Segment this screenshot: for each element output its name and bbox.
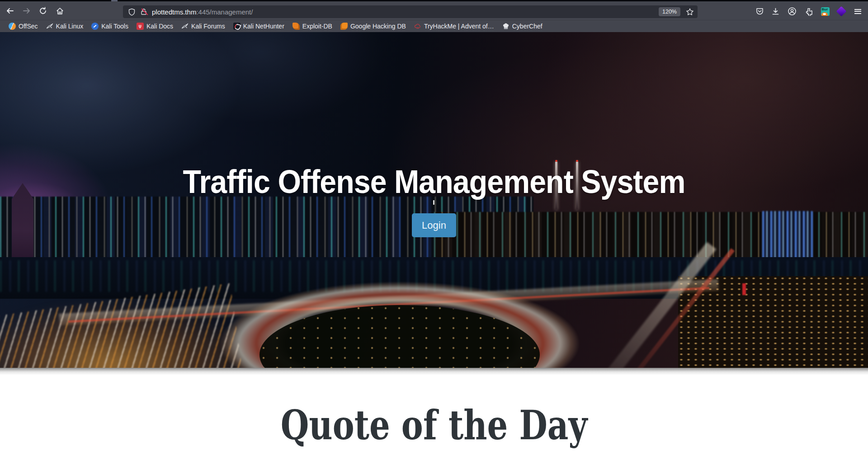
home-icon [56,7,64,15]
bookmark-cyberchef[interactable]: CyberChef [498,21,547,31]
bookmark-exploit-db[interactable]: Exploit-DB [288,21,336,31]
bookmark-label: CyberChef [512,23,542,30]
bookmark-label: Kali Docs [146,23,173,30]
shield-icon[interactable] [127,8,136,16]
menu-hamburger-icon [854,9,861,14]
reload-icon [39,7,47,15]
url-bar[interactable]: plottedtms.thm:445/management/ 120% [123,5,698,18]
reload-button[interactable] [37,5,49,17]
bookmark-label: Kali NetHunter [243,23,284,30]
quote-of-the-day-heading: Quote of the Day [87,368,781,445]
account-icon [788,7,797,16]
bookmark-label: Exploit-DB [302,23,332,30]
browser-toolbar: plottedtms.thm:445/management/ 120% [0,1,868,20]
hero-image: Traffic Offense Management System Login [0,32,868,368]
menu-button[interactable] [852,5,863,17]
bookmark-tryhackme[interactable]: TryHackMe | Advent of… [410,21,498,31]
insecure-lock-icon[interactable] [140,8,148,16]
kali-dragon-icon [181,23,189,30]
downloads-button[interactable] [769,5,781,17]
foxyproxy-extension-button[interactable] [835,5,847,17]
bookmark-kali-linux[interactable]: Kali Linux [42,21,88,31]
bookmark-label: TryHackMe | Advent of… [424,23,494,30]
exploit-db-icon [292,23,300,30]
home-button[interactable] [53,5,66,17]
bookmark-star-button[interactable] [686,8,694,16]
url-path-text: :445/management/ [196,8,253,16]
account-button[interactable] [786,5,798,17]
google-hacking-db-icon [340,23,348,30]
bookmark-google-hacking-db[interactable]: Google Hacking DB [336,21,410,31]
page-title: Traffic Offense Management System [35,164,833,200]
bookmark-star-icon [686,8,694,16]
foxyproxy-icon [836,6,847,17]
page-content-section: Quote of the Day [0,368,868,451]
pocket-button[interactable] [754,5,765,17]
bookmark-label: Google Hacking DB [350,23,406,30]
bookmark-offsec[interactable]: OffSec [5,21,42,31]
bookmark-kali-forums[interactable]: Kali Forums [177,21,229,31]
pocket-icon [755,7,764,16]
login-button[interactable]: Login [412,213,456,237]
bookmark-label: Kali Forums [191,23,225,30]
bookmark-kali-tools[interactable]: Kali Tools [87,21,132,31]
bookmarks-toolbar: OffSec Kali Linux Kali Tools ψ Kali Docs… [0,20,868,32]
kali-nethunter-icon [233,23,241,30]
url-host-text: plottedtms.thm [152,8,196,16]
tryhackme-cloud-icon [414,23,421,30]
back-icon [6,7,14,15]
kali-docs-icon: ψ [137,23,144,30]
download-icon [771,7,780,16]
back-button[interactable] [4,5,16,17]
extensions-button[interactable] [803,5,815,17]
offsec-icon [9,23,16,30]
text-cursor-tick [433,200,434,205]
forward-button[interactable] [20,5,33,17]
cyberchef-hat-icon [502,23,509,30]
bookmark-label: Kali Linux [56,23,84,30]
bookmark-kali-nethunter[interactable]: Kali NetHunter [229,21,288,31]
extensions-puzzle-icon [805,7,813,16]
burp-suite-icon: Bur [821,7,830,16]
forward-icon [23,7,31,15]
bookmark-label: OffSec [19,23,38,30]
bookmark-kali-docs[interactable]: ψ Kali Docs [132,21,177,31]
kali-dragon-icon [46,23,53,30]
burp-suite-extension-button[interactable]: Bur [819,5,831,17]
zoom-level-indicator[interactable]: 120% [659,7,680,16]
bookmark-label: Kali Tools [101,23,128,30]
kali-tools-icon [91,23,99,30]
